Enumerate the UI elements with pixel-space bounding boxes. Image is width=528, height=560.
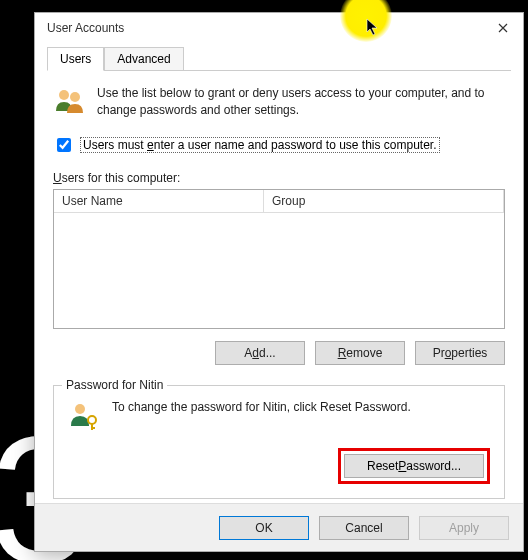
password-row: To change the password for Nitin, click … — [68, 400, 490, 432]
close-button[interactable] — [491, 16, 515, 40]
list-header: User Name Group — [54, 190, 504, 213]
password-heading: Password for Nitin — [62, 378, 167, 392]
reset-highlight: Reset Password... — [338, 448, 490, 484]
tabs: Users Advanced — [35, 47, 523, 71]
password-fieldset: Password for Nitin To change the passwor… — [53, 385, 505, 499]
tab-content: Use the list below to grant or deny user… — [35, 71, 523, 499]
require-password-row: Users must enter a user name and passwor… — [53, 135, 505, 155]
remove-button[interactable]: Remove — [315, 341, 405, 365]
user-key-icon — [68, 400, 100, 432]
svg-point-2 — [75, 404, 85, 414]
require-password-label[interactable]: Users must enter a user name and passwor… — [80, 137, 440, 153]
titlebar: User Accounts — [35, 13, 523, 43]
tab-advanced[interactable]: Advanced — [104, 47, 183, 71]
intro-text: Use the list below to grant or deny user… — [97, 85, 505, 119]
user-accounts-window: User Accounts Users Advanced Use the lis… — [34, 12, 524, 552]
add-button[interactable]: Add... — [215, 341, 305, 365]
svg-point-3 — [88, 416, 96, 424]
dialog-footer: OK Cancel Apply — [35, 503, 523, 551]
close-icon — [498, 23, 508, 33]
require-password-checkbox[interactable] — [57, 138, 71, 152]
users-list[interactable]: User Name Group — [53, 189, 505, 329]
apply-button: Apply — [419, 516, 509, 540]
reset-password-button[interactable]: Reset Password... — [344, 454, 484, 478]
ok-button[interactable]: OK — [219, 516, 309, 540]
users-icon — [53, 85, 85, 117]
properties-button[interactable]: Properties — [415, 341, 505, 365]
password-instruction: To change the password for Nitin, click … — [112, 400, 411, 414]
reset-row: Reset Password... — [68, 448, 490, 484]
column-group[interactable]: Group — [264, 190, 504, 213]
window-title: User Accounts — [47, 21, 491, 35]
tab-users[interactable]: Users — [47, 47, 104, 71]
column-username[interactable]: User Name — [54, 190, 264, 213]
cancel-button[interactable]: Cancel — [319, 516, 409, 540]
intro-row: Use the list below to grant or deny user… — [53, 85, 505, 119]
svg-point-0 — [59, 90, 69, 100]
svg-rect-5 — [91, 427, 95, 429]
list-buttons-row: Add... Remove Properties — [53, 341, 505, 365]
users-list-label: Users for this computer: — [53, 171, 505, 185]
svg-point-1 — [70, 92, 80, 102]
